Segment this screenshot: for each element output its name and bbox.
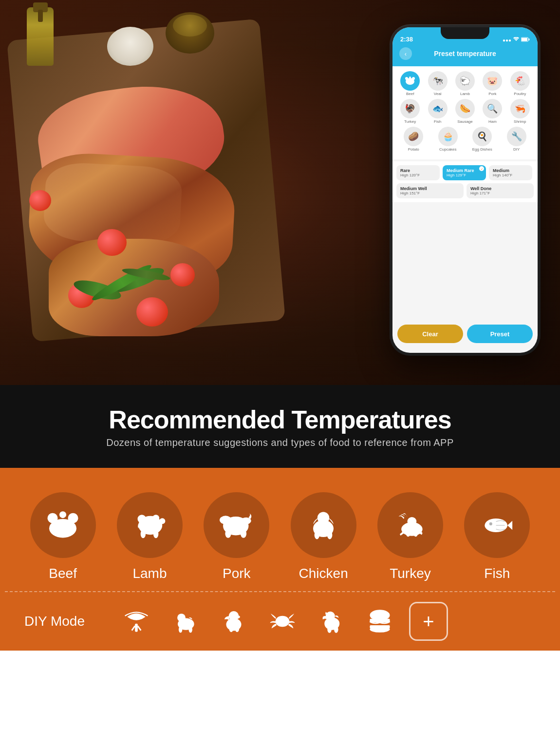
category-lamb[interactable]: 🐑 Lamb (452, 71, 478, 96)
beef-circle (30, 492, 96, 558)
category-sausage[interactable]: 🌭 Sausage (452, 99, 478, 124)
category-turkey[interactable]: 🦃 Turkey (397, 99, 423, 124)
lamb-icon-label: Lamb (132, 566, 167, 581)
diy-crab-icon[interactable] (263, 602, 302, 641)
temp-medium-well-name: Medium Well (400, 186, 460, 191)
svg-marker-35 (507, 520, 512, 530)
wifi-icon (513, 37, 519, 43)
ham-label: Ham (488, 119, 497, 124)
svg-point-4 (405, 77, 408, 80)
tomato-1 (97, 229, 127, 256)
category-fish[interactable]: 🐟 Fish (425, 99, 450, 124)
tomato-2 (170, 263, 195, 287)
food-icon-fish: Fish (464, 492, 530, 581)
pork-label: Pork (488, 92, 496, 96)
diy-cat-label: DIY (513, 147, 520, 152)
turkey-svg-icon (393, 508, 427, 542)
category-egg[interactable]: 🍳 Egg Dishes (469, 127, 495, 152)
diy-label: DIY Mode (24, 614, 102, 629)
svg-point-24 (222, 518, 229, 522)
temp-medium-rare-name: Medium Rare (447, 168, 482, 173)
food-icon-beef: Beef (30, 492, 96, 581)
temp-medium-rare[interactable]: Medium Rare High 129°F (443, 165, 486, 180)
svg-rect-2 (529, 38, 530, 40)
preset-button[interactable]: Preset (467, 325, 533, 343)
diy-goat-icon[interactable] (166, 602, 205, 641)
oil-bottle (27, 7, 54, 66)
lamb-circle (117, 492, 183, 558)
goat-svg (171, 608, 199, 635)
category-row-3: 🥔 Potato 🧁 Cupcakes 🍳 Egg Dishes 🔧 (396, 127, 534, 152)
temp-rare-val: High 120°F (400, 173, 436, 177)
temp-medium[interactable]: Medium High 140°F (489, 165, 532, 180)
food-icon-pork: Pork (204, 492, 269, 581)
back-button[interactable]: ‹ (399, 47, 412, 60)
chicken-circle (291, 492, 356, 558)
diy-add-button[interactable]: + (409, 602, 448, 641)
svg-point-36 (489, 522, 492, 525)
diy-burger-icon[interactable] (360, 602, 399, 641)
svg-point-50 (279, 618, 281, 621)
hero-section: 2:38 ●●● (0, 0, 560, 385)
temp-well-done-val: High 171°F (470, 191, 530, 195)
svg-point-17 (143, 520, 148, 524)
fish-icon: 🐟 (428, 99, 448, 118)
clear-button[interactable]: Clear (397, 325, 463, 343)
temperature-section: Rare High 120°F Medium Rare High 129°F M… (392, 161, 538, 202)
category-ham[interactable]: 🔍 Ham (480, 99, 505, 124)
svg-point-53 (326, 612, 335, 621)
beef-icon (400, 71, 420, 91)
diy-duck-icon[interactable] (214, 602, 253, 641)
cupcakes-icon: 🧁 (438, 127, 458, 146)
svg-point-42 (179, 626, 182, 633)
phone-mockup: 2:38 ●●● (390, 24, 541, 356)
svg-point-56 (334, 626, 338, 633)
svg-point-13 (153, 515, 160, 521)
diy-bird-icon[interactable] (312, 602, 351, 641)
bbq-svg (123, 608, 150, 635)
temp-medium-val: High 140°F (493, 173, 528, 177)
temperature-grid: Rare High 120°F Medium Rare High 129°F M… (396, 165, 534, 198)
beef-svg-icon (46, 508, 80, 542)
beef-icon-label: Beef (49, 566, 77, 581)
temp-medium-well[interactable]: Medium Well High 151°F (396, 183, 464, 198)
pepper-bowl (166, 12, 214, 54)
svg-point-9 (68, 513, 78, 523)
lamb-label: Lamb (460, 92, 470, 96)
fish-circle (464, 492, 530, 558)
chicken-icon-label: Chicken (299, 566, 348, 581)
category-veal[interactable]: 🐄 Veal (425, 71, 450, 96)
diy-bbq-icon[interactable] (117, 602, 156, 641)
lamb-icon: 🐑 (455, 71, 475, 91)
temp-rare-name: Rare (400, 168, 436, 173)
poultry-label: Poultry (514, 92, 526, 96)
chicken-svg-icon (306, 508, 340, 542)
svg-point-49 (276, 616, 290, 627)
diy-cat-icon: 🔧 (507, 127, 526, 146)
category-pork[interactable]: 🐷 Pork (480, 71, 505, 96)
category-diy[interactable]: 🔧 DIY (504, 127, 529, 152)
category-beef[interactable]: Beef (397, 71, 423, 96)
svg-point-47 (235, 625, 240, 632)
svg-point-41 (177, 614, 186, 622)
svg-rect-1 (522, 38, 527, 41)
bird-svg (317, 608, 345, 635)
temp-well-done[interactable]: Well Done High 171°F (467, 183, 534, 198)
category-potato[interactable]: 🥔 Potato (401, 127, 426, 152)
pork-circle (204, 492, 269, 558)
burger-svg (366, 608, 393, 635)
svg-line-38 (132, 626, 135, 630)
svg-point-51 (283, 618, 286, 621)
turkey-icon: 🦃 (400, 99, 420, 118)
pork-icon: 🐷 (483, 71, 502, 91)
category-shrimp[interactable]: 🦐 Shrimp (507, 99, 533, 124)
svg-point-46 (229, 625, 234, 632)
svg-point-21 (241, 517, 251, 524)
category-poultry[interactable]: 🐔 Poultry (507, 71, 533, 96)
back-arrow-icon: ‹ (405, 50, 407, 58)
sausage-icon: 🌭 (455, 99, 475, 118)
category-cupcakes[interactable]: 🧁 Cupcakes (435, 127, 461, 152)
svg-line-39 (138, 626, 141, 630)
fish-icon-label: Fish (484, 566, 510, 581)
temp-rare[interactable]: Rare High 120°F (396, 165, 440, 180)
